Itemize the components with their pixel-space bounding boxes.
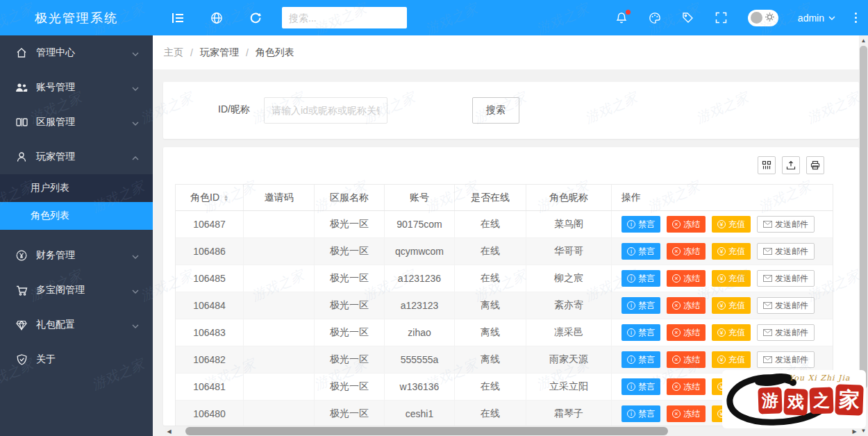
fullscreen-icon[interactable] bbox=[715, 11, 728, 25]
action-label: 禁言 bbox=[638, 381, 655, 393]
sidebar-item-player-mgmt[interactable]: 玩家管理 bbox=[0, 140, 153, 174]
about-shield-icon bbox=[15, 353, 28, 366]
sidebar-item-admin-center[interactable]: 管理中心 bbox=[0, 35, 153, 70]
sidebar-subitem-user-list[interactable]: 用户列表 bbox=[0, 174, 153, 202]
users-icon bbox=[15, 81, 28, 94]
action-mute-button[interactable]: i禁言 bbox=[621, 216, 660, 233]
settings-toggle[interactable] bbox=[748, 10, 778, 26]
action-label: 冻结 bbox=[683, 354, 700, 366]
chevron-down-icon bbox=[132, 47, 139, 58]
action-mute-button[interactable]: i禁言 bbox=[621, 324, 660, 341]
notification-bell-icon[interactable] bbox=[615, 11, 628, 25]
cell-invite_code bbox=[244, 211, 315, 237]
admin-user-menu[interactable]: admin bbox=[798, 12, 835, 24]
action-recharge-button[interactable]: ¥充值 bbox=[712, 270, 751, 287]
sidebar-item-label: 财务管理 bbox=[36, 249, 132, 262]
id-nickname-input[interactable] bbox=[264, 97, 387, 124]
action-mute-button[interactable]: i禁言 bbox=[621, 378, 660, 395]
action-send-mail-button[interactable]: 发送邮件 bbox=[757, 270, 815, 287]
breadcrumb-role-list: 角色列表 bbox=[256, 47, 294, 59]
action-label: 禁言 bbox=[638, 327, 655, 339]
scroll-up-arrow[interactable]: ▲ bbox=[859, 36, 868, 45]
action-freeze-button[interactable]: ×冻结 bbox=[667, 324, 706, 341]
action-mute-button[interactable]: i禁言 bbox=[621, 243, 660, 260]
action-recharge-button[interactable]: ¥充值 bbox=[712, 216, 751, 233]
action-freeze-button[interactable]: ×冻结 bbox=[667, 216, 706, 233]
action-freeze-button[interactable]: ×冻结 bbox=[667, 243, 706, 260]
cell-invite_code bbox=[244, 265, 315, 292]
action-recharge-button[interactable]: ¥充值 bbox=[712, 351, 751, 368]
topbar-search bbox=[282, 7, 407, 28]
scroll-left-arrow[interactable]: ◀ bbox=[165, 428, 174, 435]
action-mute-button[interactable]: i禁言 bbox=[621, 297, 660, 314]
col-header-role-id[interactable]: 角色ID ▲▼ bbox=[176, 185, 244, 210]
action-send-mail-button[interactable]: 发送邮件 bbox=[757, 297, 815, 314]
more-options-icon[interactable] bbox=[855, 12, 857, 23]
vertical-scroll-thumb[interactable] bbox=[860, 46, 867, 389]
action-recharge-button[interactable]: ¥充值 bbox=[712, 324, 751, 341]
breadcrumb-separator: / bbox=[246, 47, 249, 58]
action-mute-button[interactable]: i禁言 bbox=[621, 405, 660, 422]
breadcrumb-player-mgmt[interactable]: 玩家管理 bbox=[200, 47, 239, 59]
scroll-right-arrow[interactable]: ▶ bbox=[850, 428, 859, 435]
sidebar-subitem-role-list[interactable]: 角色列表 bbox=[0, 202, 153, 230]
home-icon bbox=[15, 47, 28, 59]
export-icon[interactable] bbox=[782, 156, 800, 174]
action-freeze-button[interactable]: ×冻结 bbox=[667, 297, 706, 314]
action-recharge-button[interactable]: ¥充值 bbox=[712, 243, 751, 260]
sort-icon[interactable]: ▲▼ bbox=[224, 194, 228, 201]
action-freeze-button[interactable]: ×冻结 bbox=[667, 378, 706, 395]
topbar-search-input[interactable] bbox=[282, 7, 407, 28]
refresh-icon[interactable] bbox=[249, 11, 262, 25]
action-label: 发送邮件 bbox=[775, 246, 808, 258]
cell-account: 555555a bbox=[385, 346, 455, 373]
sidebar-item-account-mgmt[interactable]: 账号管理 bbox=[0, 70, 153, 105]
cell-role_id: 106485 bbox=[176, 265, 244, 292]
columns-filter-icon[interactable] bbox=[758, 156, 776, 174]
seal-char: 家 bbox=[835, 384, 864, 415]
action-mute-button[interactable]: i禁言 bbox=[621, 270, 660, 287]
top-bar: 极光管理系统 bbox=[0, 0, 868, 35]
chevron-up-icon bbox=[132, 151, 139, 162]
breadcrumb: 主页 / 玩家管理 / 角色列表 bbox=[153, 35, 859, 69]
action-freeze-button[interactable]: ×冻结 bbox=[667, 270, 706, 287]
sidebar-item-giftpack-config[interactable]: 礼包配置 bbox=[0, 308, 153, 342]
col-header-account: 账号 bbox=[385, 185, 455, 210]
collapse-menu-icon[interactable] bbox=[171, 11, 185, 25]
tag-icon[interactable] bbox=[681, 11, 695, 25]
globe-icon[interactable] bbox=[210, 11, 224, 25]
theme-palette-icon[interactable] bbox=[648, 11, 662, 25]
action-label: 充值 bbox=[728, 273, 745, 285]
action-send-mail-button[interactable]: 发送邮件 bbox=[757, 324, 815, 341]
sidebar-item-server-mgmt[interactable]: 区服管理 bbox=[0, 105, 153, 140]
sidebar-item-finance-mgmt[interactable]: 财务管理 bbox=[0, 238, 153, 273]
sidebar-item-treasure-mgmt[interactable]: 多宝阁管理 bbox=[0, 273, 153, 308]
seal-char: 游 bbox=[758, 387, 782, 414]
subitem-label: 用户列表 bbox=[31, 182, 69, 194]
cell-account: 90175com bbox=[385, 211, 455, 237]
print-icon[interactable] bbox=[806, 156, 824, 174]
cell-server: 极光一区 bbox=[315, 265, 385, 292]
action-send-mail-button[interactable]: 发送邮件 bbox=[757, 351, 815, 368]
action-label: 冻结 bbox=[683, 300, 700, 312]
cell-online: 离线 bbox=[455, 292, 526, 319]
action-freeze-button[interactable]: ×冻结 bbox=[667, 405, 706, 422]
sidebar-item-label: 区服管理 bbox=[36, 116, 132, 128]
cell-role_id: 106480 bbox=[176, 401, 244, 426]
cell-server: 极光一区 bbox=[315, 292, 385, 319]
horizontal-scroll-thumb[interactable] bbox=[185, 427, 668, 435]
breadcrumb-home[interactable]: 主页 bbox=[164, 47, 183, 59]
topbar-left-icons bbox=[171, 11, 262, 25]
action-send-mail-button[interactable]: 发送邮件 bbox=[757, 243, 815, 260]
cell-server: 极光一区 bbox=[315, 374, 385, 400]
finance-icon bbox=[15, 249, 28, 262]
seal-char: 戏 bbox=[783, 388, 808, 415]
action-label: 禁言 bbox=[638, 300, 655, 312]
search-button[interactable]: 搜索 bbox=[472, 97, 519, 124]
sidebar-item-about[interactable]: 关于 bbox=[0, 342, 153, 377]
action-freeze-button[interactable]: ×冻结 bbox=[667, 351, 706, 368]
action-label: 发送邮件 bbox=[775, 219, 808, 230]
action-mute-button[interactable]: i禁言 bbox=[621, 351, 660, 368]
action-recharge-button[interactable]: ¥充值 bbox=[712, 297, 751, 314]
action-send-mail-button[interactable]: 发送邮件 bbox=[757, 216, 815, 233]
